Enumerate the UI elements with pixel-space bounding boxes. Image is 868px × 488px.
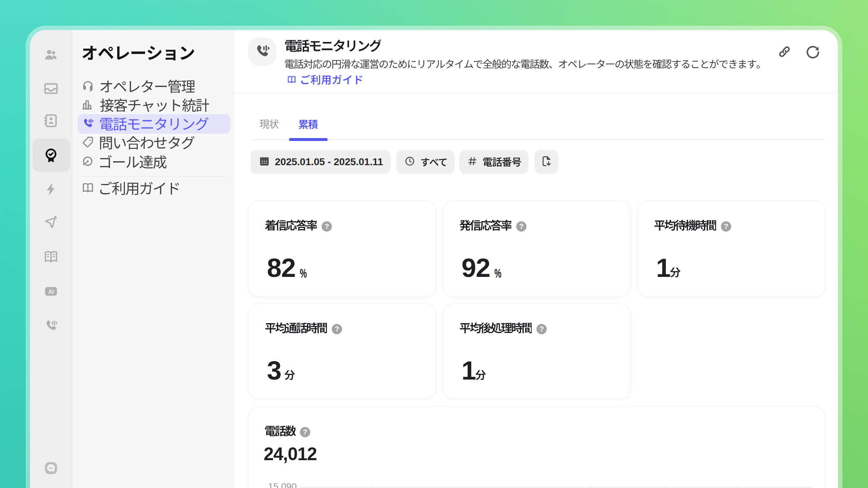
svg-text:?: ?: [724, 222, 728, 230]
svg-text:?: ?: [324, 222, 329, 230]
svg-text:?: ?: [303, 428, 307, 436]
svg-text:?: ?: [519, 222, 523, 230]
svg-text:?: ?: [540, 325, 544, 333]
svg-text:AI: AI: [48, 289, 54, 295]
svg-text:?: ?: [335, 325, 339, 333]
